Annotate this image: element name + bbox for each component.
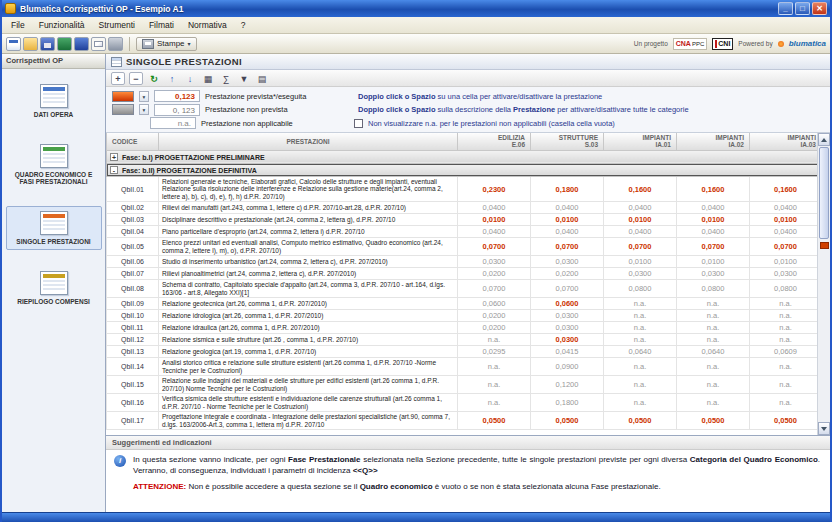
- sum-icon[interactable]: ∑: [219, 72, 233, 85]
- value-cell[interactable]: 0,0640: [604, 346, 677, 358]
- value-cell[interactable]: 0,1600: [750, 176, 818, 202]
- value-cell[interactable]: n.a.: [604, 358, 677, 376]
- value-cell[interactable]: n.a.: [750, 310, 818, 322]
- value-cell[interactable]: 0,0500: [531, 412, 604, 430]
- value-cell[interactable]: 0,0500: [677, 412, 750, 430]
- value-cell[interactable]: n.a.: [677, 322, 750, 334]
- row-description[interactable]: Studio di inserimento urbanistico (art.2…: [159, 256, 458, 268]
- row-description[interactable]: Relazioni generale e tecniche, Elaborati…: [159, 176, 458, 202]
- value-cell[interactable]: 0,0609: [750, 346, 818, 358]
- value-cell[interactable]: 0,0700: [458, 280, 531, 298]
- value-cell[interactable]: 0,0300: [604, 268, 677, 280]
- value-cell[interactable]: 0,0800: [604, 280, 677, 298]
- maximize-icon[interactable]: □: [795, 2, 810, 15]
- value-cell[interactable]: n.a.: [677, 310, 750, 322]
- value-cell[interactable]: 0,0100: [677, 256, 750, 268]
- value-cell[interactable]: n.a.: [604, 322, 677, 334]
- sidebar-item-dati-opera[interactable]: DATI OPERA: [6, 79, 102, 123]
- column-header-codice[interactable]: CODICE: [107, 133, 159, 150]
- row-description[interactable]: Relazione sismica e sulle strutture (art…: [159, 334, 458, 346]
- swatch-dropdown-icon[interactable]: ▾: [139, 91, 149, 102]
- row-description[interactable]: Disciplinare descrittivo e prestazionale…: [159, 214, 458, 226]
- row-description[interactable]: Rilievi planoaltimetrici (art.24, comma …: [159, 268, 458, 280]
- fase-group-row[interactable]: +Fase: b.I) PROGETTAZIONE PRELIMINARE: [107, 150, 818, 163]
- value-cell[interactable]: 0,0400: [677, 202, 750, 214]
- column-header-edilizia-e-06[interactable]: EDILIZIAE.06: [458, 133, 531, 150]
- value-cell[interactable]: 0,2300: [458, 176, 531, 202]
- value-cell[interactable]: 0,0200: [458, 268, 531, 280]
- value-cell[interactable]: 0,0600: [458, 298, 531, 310]
- value-cell[interactable]: 0,0100: [750, 256, 818, 268]
- value-cell[interactable]: n.a.: [677, 334, 750, 346]
- expander-icon[interactable]: +: [110, 153, 118, 161]
- row-description[interactable]: Relazione idrologica (art.26, comma 1, d…: [159, 310, 458, 322]
- value-cell[interactable]: 0,0500: [604, 412, 677, 430]
- swatch-dropdown-icon[interactable]: ▾: [139, 104, 149, 115]
- value-cell[interactable]: 0,0300: [750, 268, 818, 280]
- value-cell[interactable]: 0,0300: [458, 256, 531, 268]
- row-description[interactable]: Relazione geologica (art.19, comma 1, d.…: [159, 346, 458, 358]
- color-swatch-non-prevista[interactable]: [112, 104, 134, 115]
- value-cell[interactable]: 0,0300: [531, 310, 604, 322]
- value-cell[interactable]: 0,0200: [531, 268, 604, 280]
- value-cell[interactable]: 0,0400: [750, 226, 818, 238]
- value-cell[interactable]: n.a.: [604, 334, 677, 346]
- scroll-up-icon[interactable]: [818, 133, 830, 146]
- menu-item-normativa[interactable]: Normativa: [181, 18, 234, 32]
- remove-icon[interactable]: −: [129, 72, 143, 85]
- row-description[interactable]: Piano particellare d'esproprio (art.24, …: [159, 226, 458, 238]
- value-cell[interactable]: 0,0700: [677, 238, 750, 256]
- row-description[interactable]: Verifica sismica delle strutture esisten…: [159, 394, 458, 412]
- value-cell[interactable]: 0,0100: [677, 214, 750, 226]
- value-cell[interactable]: 0,0300: [531, 334, 604, 346]
- sidebar-item-singole-prestazioni[interactable]: SINGOLE PRESTAZIONI: [6, 206, 102, 250]
- color-swatch-prevista[interactable]: [112, 91, 134, 102]
- column-header-impianti-ia-01[interactable]: IMPIANTIIA.01: [604, 133, 677, 150]
- value-cell[interactable]: 0,0295: [458, 346, 531, 358]
- row-description[interactable]: Analisi storico critica e relazione sull…: [159, 358, 458, 376]
- value-cell[interactable]: 0,0200: [458, 310, 531, 322]
- sidebar-item-quadro-economico-e-fasi-prestazionali[interactable]: QUADRO ECONOMICO E FASI PRESTAZIONALI: [6, 139, 102, 190]
- row-description[interactable]: Relazione sulle indagini dei materiali e…: [159, 376, 458, 394]
- close-icon[interactable]: ✕: [812, 2, 827, 15]
- value-cell[interactable]: n.a.: [604, 298, 677, 310]
- value-cell[interactable]: n.a.: [750, 394, 818, 412]
- value-cell[interactable]: 0,0400: [531, 202, 604, 214]
- value-cell[interactable]: n.a.: [604, 376, 677, 394]
- value-cell[interactable]: 0,0300: [531, 256, 604, 268]
- value-cell[interactable]: n.a.: [458, 394, 531, 412]
- scrollbar-track[interactable]: [818, 146, 830, 422]
- menu-item-funzionalit[interactable]: Funzionalità: [32, 18, 92, 32]
- value-cell[interactable]: 0,0300: [677, 268, 750, 280]
- fase-group-row[interactable]: -Fase: b.II) PROGETTAZIONE DEFINITIVA: [107, 163, 818, 176]
- value-cell[interactable]: 0,0600: [531, 298, 604, 310]
- value-cell[interactable]: 0,0415: [531, 346, 604, 358]
- value-cell[interactable]: n.a.: [750, 334, 818, 346]
- value-cell[interactable]: n.a.: [750, 298, 818, 310]
- value-cell[interactable]: 0,0400: [750, 202, 818, 214]
- value-cell[interactable]: n.a.: [750, 322, 818, 334]
- export-excel-icon[interactable]: [57, 37, 72, 51]
- hide-na-checkbox[interactable]: [354, 119, 363, 128]
- row-description[interactable]: Schema di contratto, Capitolato speciale…: [159, 280, 458, 298]
- move-up-icon[interactable]: ↑: [165, 72, 179, 85]
- new-icon[interactable]: [6, 37, 21, 51]
- open-icon[interactable]: [23, 37, 38, 51]
- value-cell[interactable]: 0,0400: [604, 202, 677, 214]
- scrollbar-thumb[interactable]: [819, 147, 829, 239]
- value-cell[interactable]: 0,0100: [750, 214, 818, 226]
- value-cell[interactable]: 0,0400: [604, 226, 677, 238]
- value-cell[interactable]: 0,0100: [604, 256, 677, 268]
- minimize-icon[interactable]: _: [778, 2, 793, 15]
- value-cell[interactable]: 0,0200: [458, 322, 531, 334]
- row-description[interactable]: Rilievi dei manufatti (art.243, comma 1,…: [159, 202, 458, 214]
- title-bar[interactable]: Blumatica Corrispettivi OP - Esempio A1 …: [2, 0, 830, 17]
- value-cell[interactable]: n.a.: [458, 376, 531, 394]
- value-cell[interactable]: 0,0700: [531, 238, 604, 256]
- value-cell[interactable]: 0,0400: [458, 202, 531, 214]
- value-cell[interactable]: 0,0400: [458, 226, 531, 238]
- row-description[interactable]: Relazione idraulica (art.26, comma 1, d.…: [159, 322, 458, 334]
- value-cell[interactable]: 0,1600: [604, 176, 677, 202]
- row-description[interactable]: Elenco prezzi unitari ed eventuali anali…: [159, 238, 458, 256]
- menu-item-strumenti[interactable]: Strumenti: [92, 18, 142, 32]
